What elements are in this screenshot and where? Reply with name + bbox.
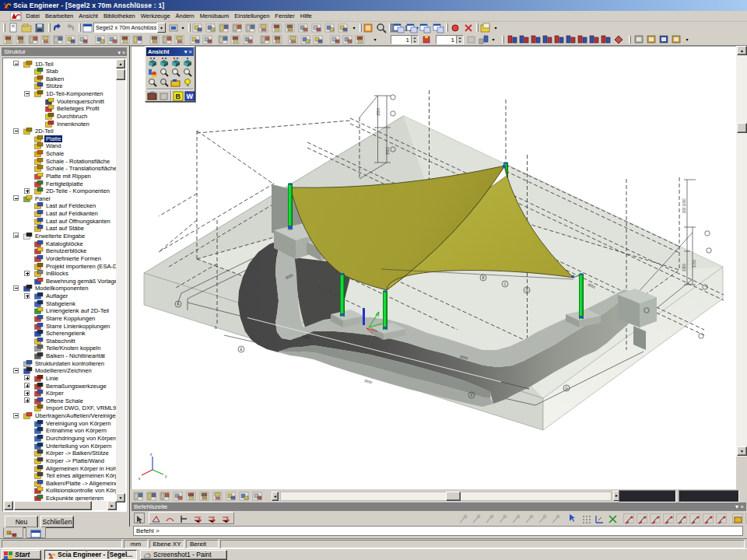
svg-text:3700: 3700 bbox=[693, 259, 696, 268]
svg-text:E: E bbox=[240, 348, 242, 352]
svg-text:A: A bbox=[177, 303, 179, 306]
svg-text:200 1000: 200 1000 bbox=[682, 198, 686, 213]
svg-text:b: b bbox=[215, 325, 217, 330]
svg-text:3500: 3500 bbox=[386, 146, 390, 155]
svg-text:1500: 1500 bbox=[377, 107, 381, 116]
svg-text:z: z bbox=[150, 452, 153, 457]
svg-text:3550: 3550 bbox=[364, 379, 373, 384]
svg-text:x: x bbox=[139, 476, 141, 481]
svg-text:F: F bbox=[471, 394, 473, 397]
svg-text:B: B bbox=[482, 276, 484, 280]
svg-text:G: G bbox=[565, 387, 568, 390]
svg-text:W: W bbox=[187, 93, 194, 100]
svg-text:2300: 2300 bbox=[682, 263, 686, 271]
svg-text:B: B bbox=[176, 93, 181, 100]
svg-text:y: y bbox=[165, 474, 167, 478]
